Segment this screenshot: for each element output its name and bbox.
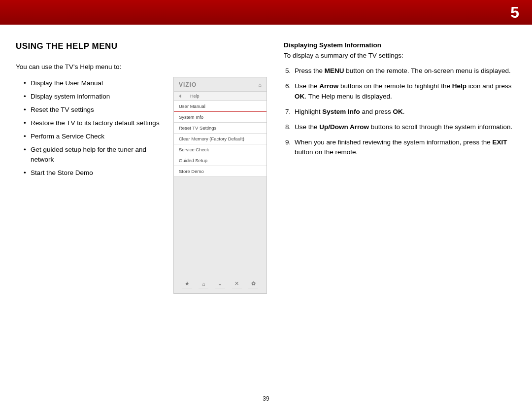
tv-screenshot-column: VIZIO ⌂ Help User Manual System Info Res…: [173, 41, 270, 294]
step-item: When you are finished reviewing the syst…: [293, 137, 516, 158]
breadcrumb-label: Help: [190, 94, 200, 99]
step-item: Press the MENU button on the remote. The…: [293, 66, 516, 76]
page-body: USING THE HELP MENU You can use the TV's…: [0, 25, 532, 294]
tv-breadcrumb: Help: [174, 91, 266, 101]
tv-menu-item: Clear Memory (Factory Default): [174, 134, 266, 144]
star-icon: ★: [182, 280, 192, 288]
step-item: Use the Arrow buttons on the remote to h…: [293, 81, 516, 102]
tv-menu-item: Reset TV Settings: [174, 123, 266, 134]
list-item: Restore the TV to its factory default se…: [24, 118, 160, 129]
tv-menu-item: System Info: [174, 112, 266, 123]
vizio-logo: VIZIO: [179, 81, 197, 88]
tv-menu-items: User Manual System Info Reset TV Setting…: [174, 101, 266, 177]
home-icon: ⌂: [258, 82, 262, 88]
tv-menu-panel: VIZIO ⌂ Help User Manual System Info Res…: [173, 77, 267, 294]
tv-menu-item: Store Demo: [174, 166, 266, 177]
bullet-list: Display the User Manual Display system i…: [16, 78, 160, 178]
chevron-down-icon: ⌄: [215, 280, 225, 288]
gear-icon: ✿: [248, 280, 258, 288]
tv-menu-item: User Manual: [174, 101, 266, 112]
close-icon: ✕: [232, 280, 242, 288]
section-title: USING THE HELP MENU: [16, 41, 160, 51]
list-item: Reset the TV settings: [24, 105, 160, 115]
window-icon: ⌂: [199, 281, 208, 288]
back-arrow-icon: [179, 94, 181, 98]
intro-text: You can use the TV's Help menu to:: [16, 62, 160, 72]
subsection-title: Displaying System Information: [284, 41, 516, 49]
list-item: Display system information: [24, 92, 160, 102]
chapter-number: 5: [510, 3, 519, 22]
step-item: Use the Up/Down Arrow buttons to scroll …: [293, 122, 516, 133]
list-item: Start the Store Demo: [24, 168, 160, 178]
tv-footer: ★ ⌂ ⌄ ✕ ✿: [174, 276, 266, 293]
step-item: Highlight System Info and press OK.: [293, 107, 516, 117]
tv-header: VIZIO ⌂: [174, 77, 266, 91]
tv-menu-item: Guided Setup: [174, 155, 266, 166]
left-column: USING THE HELP MENU You can use the TV's…: [16, 41, 160, 294]
list-item: Get guided setup help for the tuner and …: [24, 145, 160, 166]
list-item: Perform a Service Check: [24, 132, 160, 142]
list-item: Display the User Manual: [24, 78, 160, 89]
chapter-header: 5: [0, 0, 532, 25]
tv-spacer: [174, 177, 266, 276]
right-column: Displaying System Information To display…: [284, 41, 516, 294]
page-number: 39: [263, 395, 269, 402]
tv-menu-item: Service Check: [174, 144, 266, 155]
step-list: Press the MENU button on the remote. The…: [284, 66, 516, 158]
subsection-intro: To display a summary of the TV settings:: [284, 51, 516, 61]
